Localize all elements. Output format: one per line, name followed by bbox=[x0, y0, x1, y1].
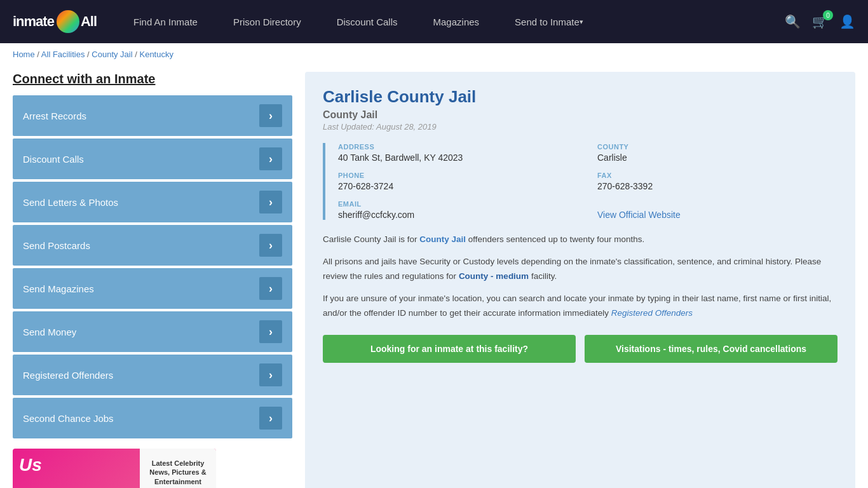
user-icon[interactable]: 👤 bbox=[839, 14, 855, 29]
detail-address: ADDRESS 40 Tank St, Bardwell, KY 42023 bbox=[338, 143, 578, 163]
sidebar-item-registered-offenders[interactable]: Registered Offenders › bbox=[13, 355, 292, 395]
nav-find-inmate[interactable]: Find An Inmate bbox=[116, 0, 215, 43]
ad-title: Latest Celebrity News, Pictures & Entert… bbox=[145, 459, 211, 486]
registered-offenders-link[interactable]: Registered Offenders bbox=[611, 308, 693, 318]
navbar: inmate All Find An Inmate Prison Directo… bbox=[0, 0, 868, 43]
facility-content: Carlisle County Jail County Jail Last Up… bbox=[305, 72, 855, 488]
sidebar-item-label: Registered Offenders bbox=[23, 370, 113, 381]
fax-value: 270-628-3392 bbox=[597, 181, 837, 191]
breadcrumb-home[interactable]: Home bbox=[13, 50, 35, 59]
sidebar-item-send-magazines[interactable]: Send Magazines › bbox=[13, 268, 292, 309]
cart-badge: 0 bbox=[823, 10, 833, 20]
sidebar-arrow-icon: › bbox=[259, 407, 282, 430]
facility-last-updated: Last Updated: August 28, 2019 bbox=[323, 122, 837, 132]
facility-name: Carlisle County Jail bbox=[323, 87, 837, 107]
ad-content: Latest Celebrity News, Pictures & Entert… bbox=[140, 449, 216, 488]
email-label: EMAIL bbox=[338, 200, 578, 208]
facility-description-3: If you are unsure of your inmate's locat… bbox=[323, 292, 837, 321]
website-link[interactable]: View Official Website bbox=[597, 210, 681, 220]
fax-label: FAX bbox=[597, 172, 837, 179]
detail-fax: FAX 270-628-3392 bbox=[597, 172, 837, 191]
sidebar: Connect with an Inmate Arrest Records › … bbox=[13, 72, 292, 488]
phone-label: PHONE bbox=[338, 172, 578, 179]
sidebar-item-label: Arrest Records bbox=[23, 111, 86, 121]
facility-details: ADDRESS 40 Tank St, Bardwell, KY 42023 C… bbox=[323, 143, 837, 220]
sidebar-item-discount-calls[interactable]: Discount Calls › bbox=[13, 139, 292, 179]
sidebar-arrow-icon: › bbox=[259, 191, 282, 214]
nav-magazines[interactable]: Magazines bbox=[416, 0, 498, 43]
logo-suffix: All bbox=[81, 13, 97, 30]
facility-description-1: Carlisle County Jail is for County Jail … bbox=[323, 233, 837, 247]
detail-phone: PHONE 270-628-3724 bbox=[338, 172, 578, 191]
address-label: ADDRESS bbox=[338, 143, 578, 151]
breadcrumb: Home / All Facilities / County Jail / Ke… bbox=[0, 43, 868, 65]
county-medium-link[interactable]: County - medium bbox=[459, 271, 529, 281]
county-label: COUNTY bbox=[597, 143, 837, 151]
detail-email: EMAIL sheriff@ccfcky.com bbox=[338, 200, 578, 220]
sidebar-item-label: Discount Calls bbox=[23, 154, 84, 165]
logo[interactable]: inmate All bbox=[13, 10, 97, 33]
sidebar-menu: Arrest Records › Discount Calls › Send L… bbox=[13, 95, 292, 438]
email-value: sheriff@ccfcky.com bbox=[338, 210, 578, 220]
sidebar-item-send-letters-photos[interactable]: Send Letters & Photos › bbox=[13, 182, 292, 222]
search-icon[interactable]: 🔍 bbox=[785, 14, 801, 29]
phone-value: 270-628-3724 bbox=[338, 181, 578, 191]
detail-website: View Official Website bbox=[597, 200, 837, 220]
nav-menu: Find An Inmate Prison Directory Discount… bbox=[116, 0, 785, 43]
visitations-button[interactable]: Visitations - times, rules, Covid cancel… bbox=[585, 335, 837, 363]
sidebar-item-label: Send Letters & Photos bbox=[23, 197, 118, 208]
sidebar-item-send-money[interactable]: Send Money › bbox=[13, 311, 292, 352]
breadcrumb-kentucky[interactable]: Kentucky bbox=[139, 50, 173, 59]
looking-for-inmate-button[interactable]: Looking for an inmate at this facility? bbox=[323, 335, 576, 363]
logo-icon bbox=[57, 10, 79, 33]
breadcrumb-all-facilities[interactable]: All Facilities bbox=[41, 50, 85, 59]
nav-send-to-inmate[interactable]: Send to Inmate bbox=[497, 0, 601, 43]
county-value: Carlisle bbox=[597, 152, 837, 163]
sidebar-item-arrest-records[interactable]: Arrest Records › bbox=[13, 95, 292, 136]
sidebar-arrow-icon: › bbox=[259, 277, 282, 300]
nav-prison-directory[interactable]: Prison Directory bbox=[215, 0, 319, 43]
action-buttons: Looking for an inmate at this facility? … bbox=[323, 335, 837, 363]
ad-logo: Us bbox=[19, 455, 42, 475]
navbar-icons: 🔍 🛒 0 👤 bbox=[785, 14, 855, 29]
detail-county: COUNTY Carlisle bbox=[597, 143, 837, 163]
sidebar-arrow-icon: › bbox=[259, 363, 282, 386]
sidebar-item-label: Send Magazines bbox=[23, 283, 94, 294]
ad-banner: Us Latest Celebrity News, Pictures & Ent… bbox=[13, 449, 216, 488]
main-container: Connect with an Inmate Arrest Records › … bbox=[0, 65, 868, 488]
cart-icon[interactable]: 🛒 0 bbox=[812, 14, 828, 29]
sidebar-title: Connect with an Inmate bbox=[13, 72, 292, 86]
breadcrumb-county-jail[interactable]: County Jail bbox=[92, 50, 132, 59]
sidebar-item-second-chance-jobs[interactable]: Second Chance Jobs › bbox=[13, 398, 292, 438]
sidebar-item-label: Second Chance Jobs bbox=[23, 413, 114, 424]
address-value: 40 Tank St, Bardwell, KY 42023 bbox=[338, 152, 578, 163]
sidebar-item-send-postcards[interactable]: Send Postcards › bbox=[13, 225, 292, 266]
facility-description-2: All prisons and jails have Security or C… bbox=[323, 255, 837, 284]
nav-discount-calls[interactable]: Discount Calls bbox=[319, 0, 416, 43]
sidebar-item-label: Send Money bbox=[23, 327, 76, 337]
sidebar-arrow-icon: › bbox=[259, 104, 282, 127]
sidebar-item-label: Send Postcards bbox=[23, 240, 90, 251]
logo-text: inmate bbox=[13, 13, 54, 30]
sidebar-arrow-icon: › bbox=[259, 320, 282, 343]
county-jail-link-1[interactable]: County Jail bbox=[419, 234, 466, 244]
sidebar-arrow-icon: › bbox=[259, 147, 282, 170]
sidebar-arrow-icon: › bbox=[259, 234, 282, 257]
facility-type: County Jail bbox=[323, 109, 837, 121]
